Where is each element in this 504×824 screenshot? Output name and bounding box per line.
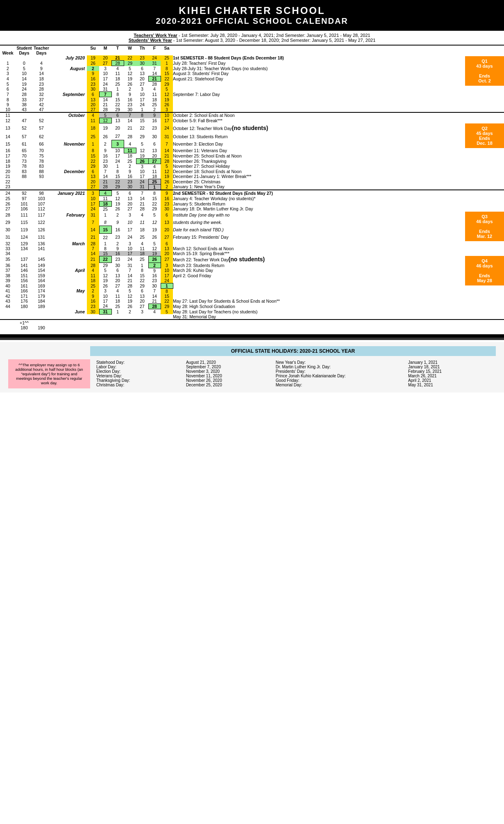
week-9: 9 38 42 20 21 22 23 24 25 26 xyxy=(0,102,504,107)
week-27: 27 106 112 24 25 26 27 28 29 30 January … xyxy=(0,206,504,212)
work-year-info: Teachers' Work Year - 1st Semester: July… xyxy=(0,31,504,46)
week-12: 12 47 52 11 12 13 14 15 16 17 October 5-… xyxy=(0,118,504,123)
week-32: 32 129 136 March 28 1 2 3 4 5 6 xyxy=(0,241,504,246)
week-11: 11 October 4 5 6 7 8 9 10 October 2: Sch… xyxy=(0,113,504,118)
week-38: 38 151 159 11 12 13 14 15 16 17 April 2:… xyxy=(0,273,504,278)
totals-row: +1^^ xyxy=(0,320,504,325)
week-17: 17 70 75 15 16 17 18 19 20 21 November 2… xyxy=(0,153,504,159)
week-2: 2 5 9 August 2 3 4 5 6 7 8 July 28-July … xyxy=(0,66,504,71)
week-34: 34 14 15 16 17 18 19 20 March 15-19: Spr… xyxy=(0,251,504,256)
totals-row-2: 180 190 xyxy=(0,325,504,330)
holidays-col-2-dates: January 1, 2021 January 18, 2021 Februar… xyxy=(406,359,496,388)
week-42: 42 171 179 9 10 11 12 13 14 15 xyxy=(0,294,504,299)
week-26: 26 101 107 17 18 19 20 21 22 23 January … xyxy=(0,201,504,206)
week-24: 24 92 98 January 2021 3 4 5 6 7 8 9 2nd … xyxy=(0,190,504,196)
week-1: 1 0 4 26 27 28 29 30 31 1 July 28: Teach… xyxy=(0,61,504,66)
week-6: 6 24 28 30 31 1 2 3 4 5 xyxy=(0,87,504,92)
week-16: 16 65 70 8 9 10 11 12 13 14 November 11:… xyxy=(0,148,504,153)
week-40: 40 161 169 25 26 27 28 29 30 1 xyxy=(0,283,504,288)
column-subheaders: Week Days Days xyxy=(0,50,504,55)
week-28: 28 111 117 February 31 1 2 3 4 5 6 Insti… xyxy=(0,212,504,219)
week-5: 5 19 23 23 24 25 26 27 28 29 xyxy=(0,82,504,87)
week-7: 7 28 32 September 6 7 8 9 10 11 12 Septe… xyxy=(0,92,504,97)
page-header: KIHEI CHARTER SCHOOL 2020-2021 OFFICIAL … xyxy=(0,0,504,31)
footnote-box: ^^The employer may assign up to 6 additi… xyxy=(8,359,90,388)
week-3: 3 10 14 9 10 11 12 13 14 15 August 3: St… xyxy=(0,71,504,76)
week-10: 10 43 47 27 28 29 30 1 2 3 xyxy=(0,107,504,112)
holidays-col-1-dates: August 21, 2020 September 7, 2020 Novemb… xyxy=(184,359,274,388)
week-41: 41 166 174 May 2 3 4 5 6 7 8 xyxy=(0,288,504,294)
calendar-title: 2020-2021 OFFICIAL SCHOOL CALENDAR xyxy=(2,16,502,26)
footer-section: OFFICIAL STATE HOLIDAYS: 2020-21 SCHOOL … xyxy=(0,342,504,393)
june-row: June 30 31 1 2 3 4 5 May 28: Last Day fo… xyxy=(0,309,504,314)
week-20: 20 83 88 December 6 7 8 9 10 11 12 Decem… xyxy=(0,169,504,174)
week-37: 37 146 154 April 4 5 6 7 8 9 10 March 26… xyxy=(0,268,504,273)
memorial-day-row: May 31: Memorial Day xyxy=(0,314,504,320)
week-44: 44 180 189 23 24 25 26 27 28 29 May 28: … xyxy=(0,304,504,309)
week-18: 18 73 78 22 23 24 25 26 27 28 November 2… xyxy=(0,158,504,164)
week-4: 4 14 18 16 17 18 19 20 21 22 August 21: … xyxy=(0,76,504,82)
week-36: 36 141 149 28 29 30 31 1 2 3 March 23: S… xyxy=(0,262,504,268)
column-headers: Student Teacher Su M T W Th F Sa xyxy=(0,46,504,50)
week-22: 22 20 21 22 23 24 25 26 December 25: Chr… xyxy=(0,179,504,184)
week-30: 30 119 126 14 15 16 17 18 19 20 Date for… xyxy=(0,226,504,234)
week-43: 43 176 184 16 17 18 19 20 21 22 May 27: … xyxy=(0,299,504,304)
school-name: KIHEI CHARTER SCHOOL xyxy=(2,5,502,16)
week-15: 15 61 66 November 1 2 3 4 5 6 7 November… xyxy=(0,140,504,148)
week-14: 14 57 62 25 26 27 28 29 30 31 October 13… xyxy=(0,133,504,140)
week-23: 23 27 28 29 30 31 1 2 January 1: New Yea… xyxy=(0,184,504,190)
week-33: 33 134 141 7 8 9 10 11 12 13 March 12: S… xyxy=(0,246,504,251)
week-29: 29 115 122 7 8 9 10 11 12 13 students du… xyxy=(0,219,504,226)
week-19: 19 78 83 29 30 1 2 3 4 5 November 27: Sc… xyxy=(0,164,504,169)
official-holidays-header: OFFICIAL STATE HOLIDAYS: 2020-21 SCHOOL … xyxy=(90,346,496,356)
week-31: 31 124 131 21 22 23 24 25 26 27 February… xyxy=(0,233,504,241)
holidays-col-2-labels: New Year's Day: Dr. Martin Luther King J… xyxy=(274,359,406,388)
holidays-col-1-labels: Statehood Day: Labor Day: Election Day: … xyxy=(94,359,184,388)
week-25: 25 97 103 10 11 12 13 14 15 16 January 4… xyxy=(0,196,504,201)
july-header-row: July 2020 19 20 21 22 23 24 25 1st SEMES… xyxy=(0,55,504,61)
week-39: 39 156 164 18 19 20 21 22 23 24 xyxy=(0,278,504,283)
week-35: 35 137 145 21 22 23 24 25 26 27 March 22… xyxy=(0,256,504,262)
week-21: 21 88 93 13 14 15 16 17 18 19 December 2… xyxy=(0,174,504,179)
calendar-main-table: Student Teacher Su M T W Th F Sa Week Da… xyxy=(0,46,504,330)
week-13: 13 52 57 18 19 20 21 22 23 24 October 12… xyxy=(0,123,504,133)
week-8: 8 33 37 13 14 15 16 17 18 19 xyxy=(0,97,504,103)
